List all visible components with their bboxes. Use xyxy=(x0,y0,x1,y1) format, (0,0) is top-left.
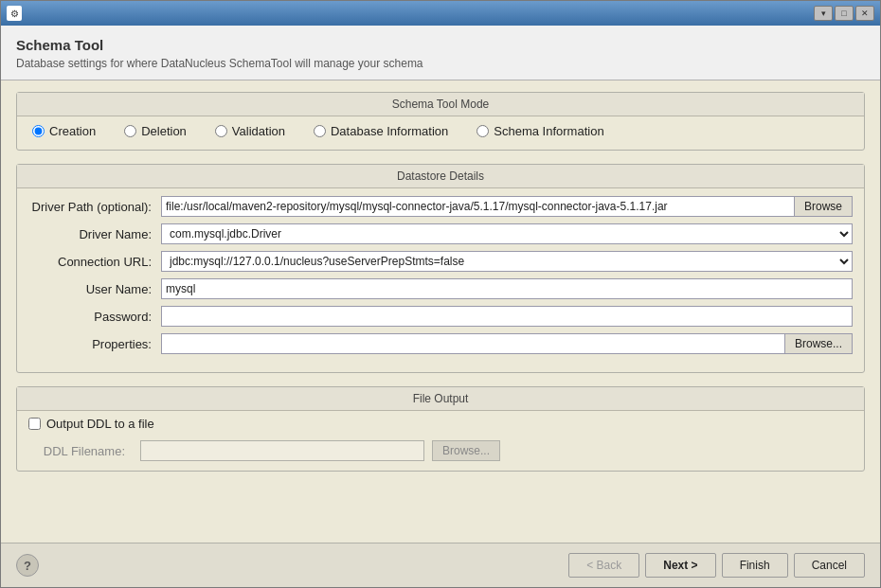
properties-row: Properties: Browse... xyxy=(28,333,853,354)
ddl-filename-input[interactable] xyxy=(140,440,424,461)
footer-left: ? xyxy=(16,554,39,577)
window-subtitle: Database settings for where DataNucleus … xyxy=(16,57,865,70)
radio-validation-label: Validation xyxy=(232,124,285,138)
radio-deletion-label: Deletion xyxy=(141,124,187,138)
radio-schema-information-input[interactable] xyxy=(476,125,489,137)
driver-name-select[interactable]: com.mysql.jdbc.Driver xyxy=(161,223,853,244)
properties-browse-button[interactable]: Browse... xyxy=(785,333,853,354)
content-area: Schema Tool Mode Creation Deletion Valid… xyxy=(1,80,880,543)
radio-database-information-label: Database Information xyxy=(331,124,448,138)
schema-tool-mode-radio-group: Creation Deletion Validation Database In… xyxy=(17,116,864,150)
main-window: ⚙ ▾ □ ✕ Schema Tool Database settings fo… xyxy=(0,0,881,588)
username-input[interactable] xyxy=(161,278,853,299)
connection-url-row: Connection URL: jdbc:mysql://127.0.0.1/n… xyxy=(28,251,853,272)
driver-name-label: Driver Name: xyxy=(28,227,161,241)
password-label: Password: xyxy=(28,310,161,324)
title-bar-left: ⚙ xyxy=(7,6,22,21)
app-icon: ⚙ xyxy=(7,6,22,21)
ddl-filename-row: DDL Filename: Browse... xyxy=(17,437,864,471)
radio-creation-label: Creation xyxy=(49,124,96,138)
properties-input-group: Browse... xyxy=(161,333,853,354)
output-ddl-label[interactable]: Output DDL to a file xyxy=(46,417,154,431)
file-output-title: File Output xyxy=(17,387,864,411)
title-bar-buttons: ▾ □ ✕ xyxy=(814,6,874,21)
schema-tool-mode-title: Schema Tool Mode xyxy=(17,93,864,116)
window-title: Schema Tool xyxy=(16,37,865,53)
output-ddl-checkbox[interactable] xyxy=(28,418,41,430)
username-row: User Name: xyxy=(28,278,853,299)
driver-path-input-group: Browse xyxy=(161,196,853,217)
connection-url-label: Connection URL: xyxy=(28,255,161,269)
radio-schema-information[interactable]: Schema Information xyxy=(476,124,603,138)
password-row: Password: xyxy=(28,306,853,327)
properties-input[interactable] xyxy=(161,333,785,354)
title-bar: ⚙ ▾ □ ✕ xyxy=(1,1,880,26)
file-output-section: File Output Output DDL to a file DDL Fil… xyxy=(16,386,865,472)
output-ddl-checkbox-group: Output DDL to a file xyxy=(17,411,864,437)
connection-url-select[interactable]: jdbc:mysql://127.0.0.1/nucleus?useServer… xyxy=(161,251,853,272)
datastore-details-section: Datastore Details Driver Path (optional)… xyxy=(16,164,865,373)
cancel-button[interactable]: Cancel xyxy=(794,553,865,578)
help-button[interactable]: ? xyxy=(16,554,39,577)
driver-path-row: Driver Path (optional): Browse xyxy=(28,196,853,217)
radio-creation[interactable]: Creation xyxy=(32,124,96,138)
radio-deletion-input[interactable] xyxy=(124,125,136,137)
datastore-details-title: Datastore Details xyxy=(17,165,864,188)
ddl-browse-button[interactable]: Browse... xyxy=(432,440,500,461)
window-header: Schema Tool Database settings for where … xyxy=(1,26,880,80)
minimize-button[interactable]: ▾ xyxy=(814,6,833,21)
driver-name-row: Driver Name: com.mysql.jdbc.Driver xyxy=(28,223,853,244)
ddl-filename-label: DDL Filename: xyxy=(28,444,133,458)
close-button[interactable]: ✕ xyxy=(855,6,874,21)
radio-validation-input[interactable] xyxy=(215,125,227,137)
radio-deletion[interactable]: Deletion xyxy=(124,124,187,138)
properties-label: Properties: xyxy=(28,337,161,351)
footer: ? < Back Next > Finish Cancel xyxy=(1,543,880,587)
finish-button[interactable]: Finish xyxy=(722,553,788,578)
back-button[interactable]: < Back xyxy=(568,553,639,578)
radio-database-information-input[interactable] xyxy=(314,125,326,137)
schema-tool-mode-section: Schema Tool Mode Creation Deletion Valid… xyxy=(16,92,865,151)
radio-creation-input[interactable] xyxy=(32,125,45,137)
maximize-button[interactable]: □ xyxy=(835,6,854,21)
driver-path-input[interactable] xyxy=(161,196,795,217)
next-button[interactable]: Next > xyxy=(645,553,715,578)
driver-path-browse-button[interactable]: Browse xyxy=(795,196,853,217)
datastore-details-content: Driver Path (optional): Browse Driver Na… xyxy=(17,188,864,372)
radio-database-information[interactable]: Database Information xyxy=(314,124,448,138)
radio-validation[interactable]: Validation xyxy=(215,124,285,138)
radio-schema-information-label: Schema Information xyxy=(494,124,603,138)
footer-right: < Back Next > Finish Cancel xyxy=(568,553,865,578)
password-input[interactable] xyxy=(161,306,853,327)
username-label: User Name: xyxy=(28,282,161,296)
driver-path-label: Driver Path (optional): xyxy=(28,200,161,214)
